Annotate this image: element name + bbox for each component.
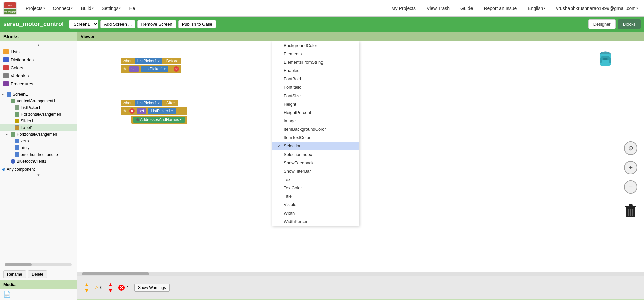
listpicker1-block-2[interactable]: ListPicker1 ▾ bbox=[135, 100, 163, 106]
block-canvas[interactable]: when ListPicker1 ▾ .Before do set ListPi… bbox=[77, 41, 644, 299]
dropdown-item-backgroundcolor[interactable]: BackgroundColor bbox=[272, 41, 359, 50]
zero-icon bbox=[15, 139, 19, 143]
set-picker-1[interactable]: ListPicker1 ▾ bbox=[141, 66, 168, 72]
nav-view-trash[interactable]: View Trash bbox=[424, 6, 452, 11]
svg-rect-8 bbox=[603, 58, 608, 60]
scroll-down-icon[interactable]: ▼ bbox=[37, 173, 40, 177]
set-caret-2-icon: ▾ bbox=[171, 109, 173, 113]
sidebar-item-variables[interactable]: Variables bbox=[0, 72, 77, 80]
zoom-out-btn[interactable]: − bbox=[624, 180, 637, 194]
menu-item-label: BackgroundColor bbox=[284, 43, 317, 48]
scroll-up-area: ▲ bbox=[0, 43, 77, 48]
nav-guide[interactable]: Guide bbox=[458, 6, 476, 11]
dropdown-item-text[interactable]: Text bbox=[272, 175, 359, 184]
when-label-1: when bbox=[121, 58, 135, 64]
dropdown-item-itemtextcolor[interactable]: ItemTextColor bbox=[272, 133, 359, 142]
zoom-in-btn[interactable]: + bbox=[624, 161, 637, 174]
ninty-icon bbox=[15, 145, 19, 150]
dropdown-item-showfilterbar[interactable]: ShowFilterBar bbox=[272, 167, 359, 175]
block-group-1: when ListPicker1 ▾ .Before do set ListPi… bbox=[121, 58, 181, 73]
screen-dropdown[interactable]: Screen1 bbox=[69, 20, 98, 29]
dropdown-item-elementsfromstring[interactable]: ElementsFromString bbox=[272, 58, 359, 66]
dropdown-item-showfeedback[interactable]: ShowFeedback bbox=[272, 159, 359, 167]
remove-screen-button[interactable]: Remove Screen bbox=[137, 20, 176, 28]
nav-language[interactable]: English ▾ bbox=[525, 6, 548, 11]
ha2-expand-icon[interactable]: ▾ bbox=[6, 133, 10, 136]
dropdown-item-visible[interactable]: Visible bbox=[272, 200, 359, 209]
dropdown-item-width[interactable]: Width bbox=[272, 209, 359, 217]
tree-bluetooth[interactable]: BluetoothClient1 bbox=[0, 158, 77, 165]
set-label-1: set bbox=[129, 66, 139, 72]
dropdown-item-itembackgroundcolor[interactable]: ItemBackgroundColor bbox=[272, 125, 359, 133]
tree-screen1[interactable]: ▾ Screen1 bbox=[0, 91, 77, 98]
dropdown-item-title[interactable]: Title bbox=[272, 192, 359, 200]
designer-button[interactable]: Designer bbox=[588, 19, 616, 29]
tree-vertical-arrangement[interactable]: VerticalArrangement1 bbox=[0, 98, 77, 104]
sidebar-item-procedures[interactable]: Procedures bbox=[0, 80, 77, 88]
menu-item-label: ShowFilterBar bbox=[284, 169, 311, 174]
tree-any-component[interactable]: ⊕ Any component bbox=[0, 166, 77, 173]
nav-build[interactable]: Build ▾ bbox=[78, 6, 96, 11]
addresses-block[interactable]: AddressesAndNames ▾ bbox=[133, 117, 185, 123]
file-icon: 📄 bbox=[3, 291, 11, 298]
trash-btn[interactable] bbox=[624, 202, 637, 219]
dropdown-item-fontitalic[interactable]: FontItalic bbox=[272, 83, 359, 92]
dropdown-item-textcolor[interactable]: TextColor bbox=[272, 184, 359, 192]
nav-help[interactable]: He bbox=[126, 6, 138, 11]
rename-button[interactable]: Rename bbox=[3, 270, 26, 278]
svg-rect-10 bbox=[609, 58, 611, 63]
dropdown-item-height[interactable]: Height bbox=[272, 100, 359, 108]
warning-icon: ⚠ bbox=[95, 285, 99, 290]
nav-my-projects[interactable]: My Projects bbox=[389, 6, 418, 11]
sidebar-hscroll[interactable] bbox=[5, 263, 72, 266]
connect-caret-icon: ▾ bbox=[71, 6, 73, 10]
nav-user-email[interactable]: vrushabhkrushnarao1999@gmail.com ▾ bbox=[553, 6, 641, 11]
sidebar-item-colors[interactable]: Colors bbox=[0, 64, 77, 72]
tree-horizontal-arrangement1[interactable]: HorizontalArrangemen bbox=[0, 111, 77, 118]
procedures-icon bbox=[3, 81, 9, 86]
sidebar-item-lists[interactable]: Lists bbox=[0, 48, 77, 56]
horizontal-scrollbar[interactable] bbox=[77, 272, 644, 276]
listpicker1-block-1[interactable]: ListPicker1 ▾ bbox=[135, 58, 163, 64]
svg-rect-13 bbox=[629, 204, 633, 206]
target-icon-btn[interactable]: ⊙ bbox=[624, 141, 637, 155]
dropdown-item-fontbold[interactable]: FontBold bbox=[272, 75, 359, 83]
dropdown-item-heightpercent[interactable]: HeightPercent bbox=[272, 108, 359, 117]
nav-right-area: My Projects View Trash Guide Report an I… bbox=[389, 6, 641, 11]
dropdown-item-selectionindex[interactable]: SelectionIndex bbox=[272, 150, 359, 159]
tree-one-hundred[interactable]: one_hundred_and_e bbox=[0, 151, 77, 158]
show-warnings-button[interactable]: Show Warnings bbox=[134, 284, 170, 292]
viewer-area: Viewer when ListPicker1 ▾ .Before do bbox=[77, 32, 644, 300]
set-picker-2[interactable]: ListPicker1 ▾ bbox=[148, 108, 176, 114]
dropdown-item-widthpercent[interactable]: WidthPercent bbox=[272, 217, 359, 226]
dropdown-item-selection[interactable]: ✓Selection bbox=[272, 142, 359, 150]
warning-triangle-up-icon: ▲ bbox=[84, 282, 89, 288]
lb-icon bbox=[15, 125, 19, 130]
add-screen-button[interactable]: Add Screen ... bbox=[100, 20, 135, 28]
scroll-up-icon[interactable]: ▲ bbox=[37, 43, 40, 47]
menu-item-label: FontItalic bbox=[284, 85, 301, 90]
tree-label1[interactable]: Label1 bbox=[0, 124, 77, 131]
tree-ninty[interactable]: ninty bbox=[0, 144, 77, 151]
nav-report-issue[interactable]: Report an Issue bbox=[481, 6, 519, 11]
dropdown-item-image[interactable]: Image bbox=[272, 117, 359, 125]
va-icon bbox=[11, 99, 15, 103]
set-caret-1-icon: ▾ bbox=[164, 67, 166, 71]
nav-settings[interactable]: Settings ▾ bbox=[99, 6, 124, 11]
tree-listpicker1[interactable]: ListPicker1 bbox=[0, 104, 77, 111]
dropdown-item-fontsize[interactable]: FontSize bbox=[272, 92, 359, 100]
tree-horizontal-arrangement2[interactable]: ▾ HorizontalArrangemen bbox=[0, 131, 77, 138]
menu-item-label: ItemTextColor bbox=[284, 135, 310, 140]
dropdown-item-enabled[interactable]: Enabled bbox=[272, 66, 359, 75]
delete-button[interactable]: Delete bbox=[28, 270, 47, 278]
sidebar-item-dictionaries[interactable]: Dictionaries bbox=[0, 56, 77, 64]
tree-zero[interactable]: zero bbox=[0, 138, 77, 144]
blocks-button[interactable]: Blocks bbox=[618, 19, 641, 29]
tree-slider1[interactable]: Slider1 bbox=[0, 118, 77, 124]
menu-item-label: Visible bbox=[284, 202, 296, 207]
nav-projects[interactable]: Projects ▾ bbox=[23, 6, 48, 11]
publish-button[interactable]: Publish to Galle bbox=[178, 20, 216, 28]
nav-connect[interactable]: Connect ▾ bbox=[50, 6, 76, 11]
dropdown-item-elements[interactable]: Elements bbox=[272, 50, 359, 58]
screen1-expand-icon[interactable]: ▾ bbox=[2, 93, 6, 96]
